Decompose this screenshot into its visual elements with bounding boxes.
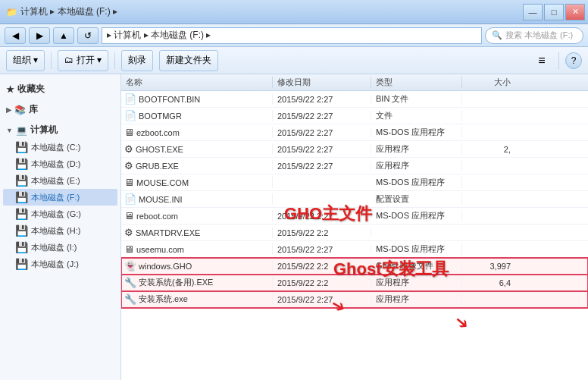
file-row-grub[interactable]: ⚙GRUB.EXE 2015/9/22 2:27 应用程序 [121, 158, 588, 174]
library-header[interactable]: ▶ 📚 库 [3, 101, 117, 118]
drive-e-label: 本地磁盘 (E:) [31, 175, 80, 187]
file-row-ghost-exe[interactable]: ⚙GHOST.EXE 2015/9/22 2:27 应用程序 2, [121, 141, 588, 158]
mouse-com-icon: 🖥 [124, 177, 134, 188]
sidebar-item-drive-j[interactable]: 💾 本地磁盘 (J:) [3, 256, 117, 272]
reboot-name: reboot.com [136, 212, 178, 221]
file-row-windows-gho[interactable]: 👻windows.GHO 2015/9/22 2:2 Ghost 映像文件 3,… [121, 258, 588, 275]
drive-j-icon: 💾 [15, 258, 28, 270]
favorites-header[interactable]: ★ 收藏夹 [3, 80, 117, 98]
refresh-button[interactable]: ↺ [77, 27, 99, 44]
burn-label: 刻录 [128, 54, 146, 67]
ezboot-icon: 🖥 [124, 127, 134, 138]
windows-gho-icon: 👻 [124, 260, 136, 272]
up-button[interactable]: ▲ [53, 27, 74, 44]
help-icon: ? [571, 55, 577, 66]
drive-d-icon: 💾 [15, 158, 28, 170]
drive-g-label: 本地磁盘 (G:) [31, 209, 81, 220]
computer-label: 计算机 [30, 124, 58, 137]
computer-icon: 💻 [16, 125, 27, 136]
bootmgr-icon: 📄 [124, 110, 136, 121]
install-exe-name: 安装系统.exe [139, 294, 188, 305]
expand-arrow-library: ▶ [6, 106, 11, 114]
favorites-icon: ★ [6, 84, 14, 95]
reboot-date: 2015/9/22 2:27 [273, 212, 371, 221]
windows-gho-size: 3,997 [462, 262, 515, 271]
burn-button[interactable]: 刻录 [121, 50, 153, 71]
file-row-mouse-ini[interactable]: 📄MOUSE.INI 配置设置 [121, 191, 588, 208]
minimize-button[interactable]: — [523, 4, 543, 20]
toolbar-separator-2 [114, 52, 115, 69]
sidebar-item-drive-e[interactable]: 💾 本地磁盘 (E:) [3, 172, 117, 189]
col-name-label: 名称 [126, 77, 142, 86]
sidebar-item-drive-h[interactable]: 💾 本地磁盘 (H:) [3, 222, 117, 239]
file-row-useemu[interactable]: 🖥useemu.com 2015/9/22 2:27 MS-DOS 应用程序 [121, 241, 588, 258]
grub-date: 2015/9/22 2:27 [273, 162, 371, 171]
toolbar-separator-3 [558, 52, 559, 69]
install-bak-size: 6,4 [462, 278, 515, 287]
ghost-exe-date: 2015/9/22 2:27 [273, 145, 371, 154]
file-row-mouse-com[interactable]: 🖥MOUSE.COM MS-DOS 应用程序 [121, 174, 588, 191]
search-box[interactable]: 🔍 搜索 本地磁盘 (F:) [485, 27, 583, 44]
smartdrv-icon: ⚙ [124, 227, 133, 238]
smartdrv-name: SMARTDRV.EXE [136, 228, 200, 237]
install-bak-icon: 🔧 [124, 277, 136, 288]
new-folder-label: 新建文件夹 [166, 54, 211, 67]
sidebar-item-drive-i[interactable]: 💾 本地磁盘 (I:) [3, 239, 117, 256]
drive-c-icon: 💾 [15, 141, 28, 153]
bootfont-icon: 📄 [124, 93, 136, 105]
bootmgr-name: BOOTMGR [139, 111, 182, 121]
toolbar: 组织 ▾ 🗂 打开 ▾ 刻录 新建文件夹 ≡ ? [0, 47, 588, 74]
sidebar-item-drive-f[interactable]: 💾 本地磁盘 (F:) [3, 189, 117, 206]
drive-e-icon: 💾 [15, 174, 28, 187]
search-icon: 🔍 [492, 30, 502, 40]
drive-h-icon: 💾 [15, 225, 28, 237]
sidebar-item-drive-c[interactable]: 💾 本地磁盘 (C:) [3, 139, 117, 155]
library-section: ▶ 📚 库 [3, 101, 117, 118]
close-button[interactable]: ✕ [565, 4, 585, 20]
file-row-install-exe[interactable]: 🔧安装系统.exe 2015/9/22 2:27 应用程序 [121, 291, 588, 308]
ghost-exe-name: GHOST.EXE [136, 145, 183, 154]
ghost-exe-icon: ⚙ [124, 143, 133, 155]
install-exe-date: 2015/9/22 2:27 [273, 295, 371, 304]
ghost-exe-size: 2, [462, 145, 515, 154]
main-area: ★ 收藏夹 ▶ 📚 库 ▼ 💻 计算机 💾 [0, 74, 588, 380]
forward-button[interactable]: ▶ [29, 27, 50, 44]
sidebar-item-drive-g[interactable]: 💾 本地磁盘 (G:) [3, 206, 117, 222]
file-row-ezboot[interactable]: 🖥ezboot.com 2015/9/22 2:27 MS-DOS 应用程序 [121, 124, 588, 141]
drive-f-icon: 💾 [15, 191, 28, 203]
column-header: 名称 修改日期 类型 大小 [121, 74, 588, 91]
address-text: ▸ 计算机 ▸ 本地磁盘 (F:) ▸ [107, 29, 211, 42]
sidebar: ★ 收藏夹 ▶ 📚 库 ▼ 💻 计算机 💾 [0, 74, 121, 380]
mouse-com-type: MS-DOS 应用程序 [371, 177, 462, 188]
file-row-reboot[interactable]: 🖥reboot.com 2015/9/22 2:27 MS-DOS 应用程序 [121, 208, 588, 225]
maximize-button[interactable]: □ [544, 4, 564, 20]
computer-header[interactable]: ▼ 💻 计算机 [3, 121, 117, 139]
address-field[interactable]: ▸ 计算机 ▸ 本地磁盘 (F:) ▸ [102, 27, 482, 44]
help-button[interactable]: ? [565, 52, 582, 69]
col-name-header[interactable]: 名称 [121, 77, 273, 88]
file-row-bootmgr[interactable]: 📄BOOTMGR 2015/9/22 2:27 文件 [121, 108, 588, 124]
library-icon: 📚 [14, 105, 26, 115]
file-row-smartdrv[interactable]: ⚙SMARTDRV.EXE 2015/9/22 2:2 [121, 225, 588, 241]
mouse-ini-name: MOUSE.INI [139, 195, 182, 204]
windows-gho-name: windows.GHO [139, 262, 192, 271]
computer-section: ▼ 💻 计算机 💾 本地磁盘 (C:) 💾 本地磁盘 (D:) 💾 本地磁盘 (… [3, 121, 117, 272]
col-date-header[interactable]: 修改日期 [273, 77, 371, 88]
file-row-bootfont[interactable]: 📄BOOTFONT.BIN 2015/9/22 2:27 BIN 文件 [121, 91, 588, 108]
favorites-label: 收藏夹 [17, 83, 45, 96]
address-bar: ◀ ▶ ▲ ↺ ▸ 计算机 ▸ 本地磁盘 (F:) ▸ 🔍 搜索 本地磁盘 (F… [0, 24, 588, 47]
favorites-section: ★ 收藏夹 [3, 80, 117, 98]
new-folder-button[interactable]: 新建文件夹 [159, 50, 218, 71]
mouse-ini-icon: 📄 [124, 193, 136, 205]
sidebar-item-drive-d[interactable]: 💾 本地磁盘 (D:) [3, 155, 117, 172]
col-type-header[interactable]: 类型 [371, 77, 462, 88]
mouse-ini-type: 配置设置 [371, 193, 462, 205]
organize-button[interactable]: 组织 ▾ [6, 50, 45, 71]
file-row-install-bak[interactable]: 🔧安装系统(备用).EXE 2015/9/22 2:2 应用程序 6,4 [121, 275, 588, 291]
view-toggle-button[interactable]: ≡ [531, 52, 552, 70]
col-size-header[interactable]: 大小 [462, 77, 515, 88]
install-exe-type: 应用程序 [371, 294, 462, 305]
open-button[interactable]: 🗂 打开 ▾ [58, 50, 108, 71]
back-button[interactable]: ◀ [5, 27, 26, 44]
mouse-com-name: MOUSE.COM [136, 178, 189, 187]
